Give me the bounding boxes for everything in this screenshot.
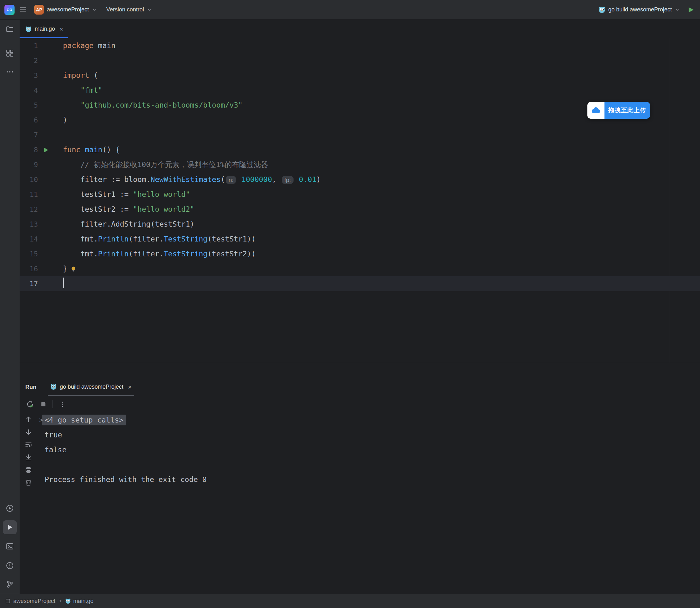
code-line[interactable]: 1package main <box>20 38 700 53</box>
code-token: ) <box>63 116 67 124</box>
status-file-crumb[interactable]: main.go <box>65 598 94 605</box>
structure-toolwindow-button[interactable] <box>5 49 14 58</box>
console-tab[interactable]: go build awesomeProject × <box>48 379 134 396</box>
status-bar: awesomeProject > main.go <box>0 594 700 608</box>
terminal-toolwindow-button[interactable] <box>5 542 14 551</box>
console-tab-close-button[interactable]: × <box>128 384 132 390</box>
clear-all-button[interactable] <box>24 478 33 487</box>
line-number: 8 <box>34 146 38 154</box>
console-line <box>39 457 700 472</box>
tab-close-button[interactable]: × <box>59 26 63 32</box>
code-text: } <box>63 262 77 276</box>
code-line[interactable]: 3import ( <box>20 68 700 83</box>
line-number: 2 <box>34 57 38 64</box>
code-token <box>237 175 241 184</box>
problems-toolwindow-button[interactable] <box>5 561 14 570</box>
gopher-icon <box>50 384 57 390</box>
line-number-gutter: 3 <box>20 68 63 83</box>
arrow-down-icon <box>24 428 33 436</box>
down-stack-button[interactable] <box>24 428 33 436</box>
code-token: 1000000 <box>241 175 272 184</box>
version-control-selector[interactable]: Version control <box>104 5 154 15</box>
code-text: import ( <box>63 68 98 83</box>
rerun-button[interactable] <box>26 400 34 408</box>
line-number-gutter: 5 <box>20 98 63 113</box>
more-toolwindows-button[interactable] <box>5 68 14 76</box>
trash-icon <box>24 478 33 487</box>
lightbulb-icon <box>70 266 77 272</box>
code-line[interactable]: 17 <box>20 276 700 291</box>
code-line[interactable]: 10 filter := bloom.NewWithEstimates(n: 1… <box>20 172 700 187</box>
rerun-icon <box>26 400 34 408</box>
git-branch-icon <box>5 580 14 589</box>
code-token: TestString <box>164 235 208 243</box>
run-config-selector[interactable]: go build awesomeProject <box>596 5 682 15</box>
hamburger-icon <box>19 6 27 14</box>
line-number: 13 <box>30 220 38 228</box>
code-text: "github.com/bits-and-blooms/bloom/v3" <box>63 98 242 113</box>
line-number-gutter: 17 <box>20 276 63 291</box>
print-button[interactable] <box>24 466 33 474</box>
up-stack-button[interactable] <box>24 415 33 423</box>
more-options-button[interactable] <box>59 400 66 408</box>
version-control-toolwindow-button[interactable] <box>5 580 14 589</box>
console-output[interactable]: ><4 go setup calls>truefalse Process fin… <box>39 413 700 487</box>
code-line[interactable]: 11 testStr1 := "hello world" <box>20 187 700 202</box>
console-text <box>45 460 49 469</box>
code-token: main <box>94 41 115 50</box>
run-button[interactable] <box>687 6 695 14</box>
code-line[interactable]: 16} <box>20 262 700 276</box>
right-margin-guide <box>669 38 670 363</box>
soft-wrap-button[interactable] <box>24 441 33 449</box>
code-text: // 初始化能接收100万个元素，误判率位1%的布隆过滤器 <box>63 157 268 172</box>
code-line[interactable]: 14 fmt.Println(filter.TestString(testStr… <box>20 232 700 247</box>
code-token: ) <box>316 175 321 184</box>
parameter-hint: n: <box>226 176 236 184</box>
code-line[interactable]: 4 "fmt" <box>20 83 700 98</box>
goland-logo-icon: GO <box>4 5 15 15</box>
services-toolwindow-button[interactable] <box>5 504 14 513</box>
scroll-to-end-icon <box>24 453 33 461</box>
status-project-crumb[interactable]: awesomeProject <box>5 598 55 605</box>
more-horizontal-icon <box>5 68 14 76</box>
code-line[interactable]: 12 testStr2 := "hello world2" <box>20 202 700 217</box>
upload-overlay[interactable]: 拖拽至此上传 <box>587 102 650 119</box>
line-number: 16 <box>30 265 38 273</box>
code-line[interactable]: 2 <box>20 53 700 68</box>
code-token: // 初始化能接收100万个元素，误判率位1%的布隆过滤器 <box>80 160 268 169</box>
code-token: ( <box>221 175 225 184</box>
line-number-gutter: 16 <box>20 262 63 276</box>
scroll-to-end-button[interactable] <box>24 453 33 461</box>
parameter-hint: fp: <box>282 176 294 184</box>
code-text: fmt.Println(filter.TestString(testStr2)) <box>63 247 256 262</box>
code-line[interactable]: 7 <box>20 128 700 142</box>
stop-button[interactable] <box>40 401 47 408</box>
line-number-gutter: 1 <box>20 38 63 53</box>
code-line[interactable]: 9 // 初始化能接收100万个元素，误判率位1%的布隆过滤器 <box>20 157 700 172</box>
code-token: TestString <box>164 250 208 258</box>
line-number-gutter: 15 <box>20 247 63 262</box>
toolbar-separator <box>53 400 53 408</box>
fold-chevron-icon[interactable]: > <box>39 413 43 428</box>
project-selector[interactable]: AP awesomeProject <box>32 3 99 16</box>
code-text: testStr2 := "hello world2" <box>63 202 194 217</box>
line-number: 7 <box>34 131 38 139</box>
main-menu-button[interactable] <box>19 6 27 14</box>
project-name: awesomeProject <box>47 6 89 13</box>
code-token: } <box>63 265 67 273</box>
code-text: filter := bloom.NewWithEstimates(n: 1000… <box>63 172 321 187</box>
run-toolwindow-button[interactable] <box>3 520 17 534</box>
editor-tab-main-go[interactable]: main.go × <box>20 20 68 38</box>
gutter-run-button[interactable] <box>42 147 49 153</box>
code-text: "fmt" <box>63 83 102 98</box>
console-text: true <box>45 431 62 439</box>
structure-icon <box>5 49 14 58</box>
project-toolwindow-button[interactable] <box>5 25 14 34</box>
code-line[interactable]: 15 fmt.Println(filter.TestString(testStr… <box>20 247 700 262</box>
code-line[interactable]: 8func main() { <box>20 142 700 157</box>
code-line[interactable]: 13 filter.AddString(testStr1) <box>20 217 700 232</box>
code-token: , <box>272 175 281 184</box>
code-text: ) <box>63 113 67 128</box>
code-editor[interactable]: 1package main23import (4 "fmt"5 "github.… <box>20 38 700 291</box>
run-circle-icon <box>5 504 14 513</box>
